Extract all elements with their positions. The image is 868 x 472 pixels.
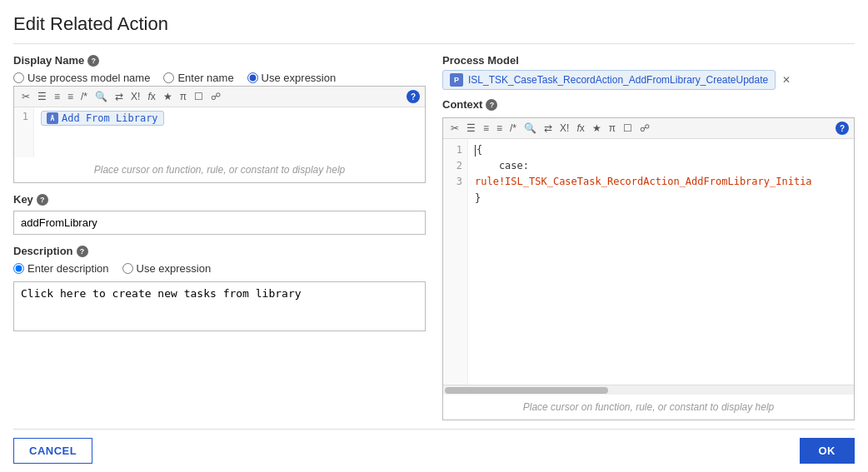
context-label: Context ? (442, 98, 855, 111)
process-model-label: Process Model (442, 54, 855, 67)
description-section: Description ? Enter description Use expr… (13, 245, 426, 331)
display-name-help-icon[interactable]: ? (87, 55, 99, 67)
key-section: Key ? (13, 193, 426, 235)
toolbar-function[interactable]: fx (145, 89, 157, 104)
description-help-icon[interactable]: ? (77, 246, 88, 257)
process-model-remove-button[interactable]: ✕ (781, 74, 792, 86)
toolbar-align-left[interactable]: ☰ (35, 89, 49, 104)
process-model-tag-icon: P (450, 73, 463, 87)
footer: CANCEL OK (13, 429, 855, 472)
ctx-toolbar-search[interactable]: 🔍 (521, 121, 539, 136)
display-name-editor-hint: Place cursor on function, rule, or const… (14, 157, 425, 182)
expression-tag-icon: A (47, 112, 58, 124)
ctx-toolbar-cut[interactable]: ✂ (448, 121, 461, 136)
radio-enter-description[interactable]: Enter description (13, 262, 109, 275)
toolbar-box[interactable]: ☐ (192, 89, 206, 104)
ctx-toolbar-pi[interactable]: π (606, 121, 618, 136)
toolbar-help-icon[interactable]: ? (407, 90, 420, 103)
process-model-tag: P ISL_TSK_CaseTask_RecordAction_AddFromL… (442, 70, 776, 90)
toolbar-search[interactable]: 🔍 (92, 89, 110, 104)
toolbar-pi[interactable]: π (177, 89, 189, 104)
toolbar-align-center[interactable]: ≡ (52, 89, 62, 104)
toolbar-align-right[interactable]: ≡ (65, 89, 76, 104)
context-editor-body[interactable]: 123 { case: rule!ISL_TSK_CaseTask_Record… (443, 139, 854, 395)
process-model-section: Process Model P ISL_TSK_CaseTask_RecordA… (442, 54, 855, 90)
radio-use-expression-desc[interactable]: Use expression (122, 262, 212, 275)
code-content[interactable]: { case: rule!ISL_TSK_CaseTask_RecordActi… (468, 139, 854, 385)
key-label: Key (13, 193, 33, 206)
code-line-1: { (475, 142, 847, 158)
code-line-2: case: rule!ISL_TSK_CaseTask_RecordAction… (475, 158, 847, 190)
code-horizontal-scrollbar[interactable] (443, 385, 854, 395)
ctx-toolbar-align3[interactable]: ≡ (494, 121, 505, 136)
cancel-button[interactable]: CANCEL (13, 438, 92, 464)
ctx-toolbar-xi[interactable]: X! (557, 121, 571, 136)
editor-body: 1 A Add From Library (14, 107, 425, 157)
ctx-toolbar-align2[interactable]: ≡ (481, 121, 491, 136)
code-lines-area: 123 { case: rule!ISL_TSK_CaseTask_Record… (443, 139, 854, 385)
toolbar-star[interactable]: ★ (161, 89, 175, 104)
line-number: 1 (14, 107, 34, 157)
ok-button[interactable]: OK (800, 438, 856, 464)
ctx-toolbar-help-icon[interactable]: ? (836, 122, 849, 135)
display-name-editor: ✂ ☰ ≡ ≡ /* 🔍 ⇄ X! fx ★ π ☐ ☍ ? (13, 86, 426, 183)
toolbar-xi[interactable]: X! (128, 89, 142, 104)
radio-use-expression[interactable]: Use expression (247, 72, 337, 84)
expression-tag: A Add From Library (41, 111, 164, 126)
context-help-icon[interactable]: ? (486, 99, 497, 111)
toolbar-cut[interactable]: ✂ (19, 89, 32, 104)
code-line-3: } (475, 191, 847, 206)
key-help-icon[interactable]: ? (37, 194, 48, 206)
ctx-toolbar-comment[interactable]: /* (507, 121, 519, 136)
description-label: Description (13, 245, 73, 257)
context-editor: ✂ ☰ ≡ ≡ /* 🔍 ⇄ X! fx ★ π ☐ ☍ ? (442, 117, 855, 420)
toolbar-globe[interactable]: ☍ (208, 89, 223, 104)
context-editor-hint: Place cursor on function, rule, or const… (443, 395, 854, 420)
display-name-radio-group: Use process model name Enter name Use ex… (13, 72, 426, 84)
ctx-toolbar-align1[interactable]: ☰ (464, 121, 478, 136)
ctx-toolbar-globe[interactable]: ☍ (637, 121, 652, 136)
key-input[interactable] (13, 211, 426, 235)
page-title: Edit Related Action (13, 13, 855, 44)
ctx-toolbar-star[interactable]: ★ (590, 121, 604, 136)
scrollbar-thumb (445, 387, 608, 394)
context-toolbar: ✂ ☰ ≡ ≡ /* 🔍 ⇄ X! fx ★ π ☐ ☍ ? (443, 118, 854, 139)
description-radio-group: Enter description Use expression (13, 262, 426, 275)
editor-content-area[interactable]: A Add From Library (34, 107, 425, 157)
ctx-toolbar-function[interactable]: fx (574, 121, 586, 136)
radio-use-process-model-name[interactable]: Use process model name (13, 72, 150, 84)
code-line-numbers: 123 (443, 139, 468, 385)
toolbar-swap[interactable]: ⇄ (112, 89, 126, 104)
description-textarea[interactable]: Click here to create new tasks from libr… (13, 281, 426, 331)
display-name-label: Display Name ? (13, 54, 426, 67)
editor-toolbar: ✂ ☰ ≡ ≡ /* 🔍 ⇄ X! fx ★ π ☐ ☍ ? (14, 87, 425, 107)
radio-enter-name[interactable]: Enter name (163, 72, 233, 84)
ctx-toolbar-box[interactable]: ☐ (621, 121, 635, 136)
toolbar-comment[interactable]: /* (78, 89, 90, 104)
context-section: Context ? ✂ ☰ ≡ ≡ /* 🔍 ⇄ X! fx (442, 98, 855, 420)
ctx-toolbar-swap[interactable]: ⇄ (541, 121, 555, 136)
